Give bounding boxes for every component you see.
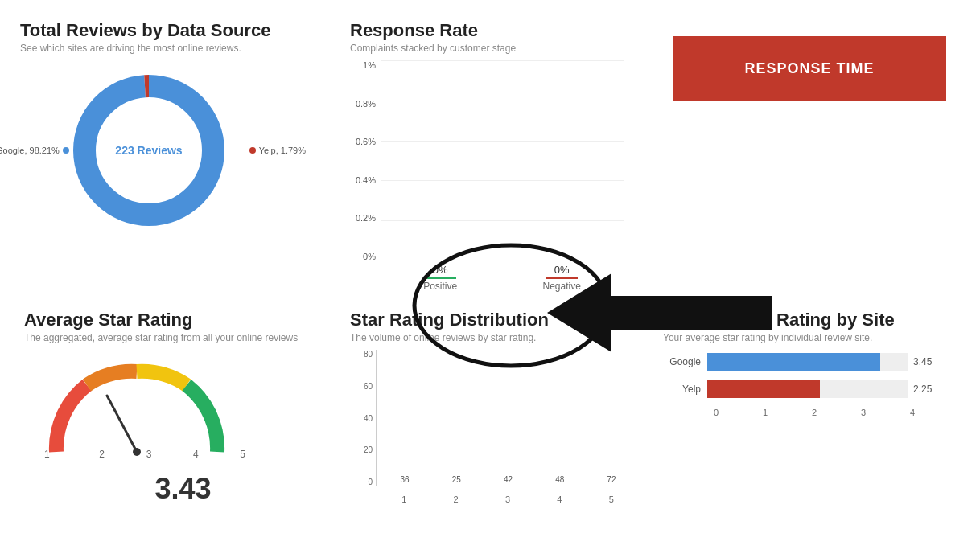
bar-x-5: 5 — [590, 494, 633, 504]
total-reviews-subtitle: See which sites are driving the most onl… — [20, 43, 326, 54]
average-star-rating-panel: Average Star Rating The aggregated, aver… — [12, 302, 334, 519]
positive-pct: 0% — [423, 264, 457, 276]
bar-y-40: 40 — [364, 414, 373, 423]
bar-count-5: 72 — [607, 475, 616, 484]
star-dist-subtitle: The volume of online reviews by star rat… — [350, 332, 643, 343]
yelp-site-name: Yelp — [663, 384, 707, 395]
gauge-tick-2: 2 — [99, 449, 105, 460]
bar-count-2: 25 — [452, 475, 461, 484]
avg-star-title: Average Star Rating — [24, 310, 326, 330]
gauge-tick-1: 1 — [44, 449, 50, 460]
gauge-chart: 1 2 3 4 5 — [40, 355, 249, 468]
y-label-04pct: 0.4% — [356, 175, 376, 185]
bar-count-3: 42 — [504, 475, 513, 484]
google-bar-bg — [707, 353, 908, 371]
site-x-2: 2 — [812, 408, 817, 417]
bar-y-20: 20 — [364, 445, 373, 454]
yelp-site-row: Yelp 2.25 — [663, 380, 960, 398]
negative-column: 0% Negative — [542, 264, 580, 292]
google-bar-value: 3.45 — [913, 356, 932, 367]
total-reviews-title: Total Reviews by Data Source — [20, 20, 326, 41]
bar-3: 42 — [486, 475, 529, 486]
y-label-06pct: 0.6% — [356, 137, 376, 146]
bar-x-3: 3 — [486, 494, 529, 504]
google-bar-fill — [707, 353, 880, 371]
negative-pct: 0% — [542, 264, 580, 276]
google-site-row: Google 3.45 — [663, 353, 960, 371]
yelp-bar-bg — [707, 380, 908, 398]
gauge-tick-3: 3 — [146, 449, 152, 460]
positive-label: Positive — [423, 281, 457, 292]
y-label-08pct: 0.8% — [356, 99, 376, 109]
donut-chart: 223 Reviews Google, 98.21% Yelp, 1.79% — [60, 62, 237, 239]
site-x-4: 4 — [910, 408, 915, 417]
bar-5: 72 — [590, 475, 633, 486]
bar-y-60: 60 — [364, 382, 373, 391]
bar-4: 48 — [538, 475, 582, 486]
bar-x-4: 4 — [537, 494, 581, 504]
gauge-tick-4: 4 — [193, 449, 199, 460]
site-x-1: 1 — [763, 408, 768, 417]
site-rating-subtitle: Your average star rating by individual r… — [663, 332, 960, 343]
avg-star-by-site-panel: Average Star Rating by Site Your average… — [651, 302, 968, 519]
bar-2: 25 — [434, 475, 478, 486]
bar-y-80: 80 — [364, 350, 373, 359]
yelp-bar-value: 2.25 — [913, 384, 932, 395]
y-label-1pct: 1% — [363, 60, 376, 70]
donut-center-label: 223 Reviews — [115, 144, 182, 157]
positive-column: 0% Positive — [423, 264, 457, 292]
site-x-axis: 0 1 2 3 4 — [714, 408, 915, 417]
response-rate-title: Response Rate — [350, 20, 643, 41]
bar-x-2: 2 — [434, 494, 477, 504]
google-legend: Google, 98.21% — [0, 146, 69, 155]
bar-count-4: 48 — [555, 475, 564, 484]
site-x-0: 0 — [714, 408, 719, 417]
response-time-button[interactable]: RESPONSE TIME — [673, 36, 946, 101]
avg-star-subtitle: The aggregated, average star rating from… — [24, 332, 326, 343]
svg-line-6 — [107, 396, 137, 452]
star-rating-dist-panel: Star Rating Distribution The volume of o… — [334, 302, 651, 519]
site-x-3: 3 — [861, 408, 866, 417]
response-time-panel: RESPONSE TIME — [651, 8, 968, 302]
y-label-0pct: 0% — [363, 252, 376, 261]
google-site-name: Google — [663, 356, 707, 367]
gauge-value: 3.43 — [40, 472, 326, 506]
yelp-legend: Yelp, 1.79% — [249, 146, 306, 155]
response-rate-panel: Response Rate Complaints stacked by cust… — [334, 8, 651, 302]
star-dist-title: Star Rating Distribution — [350, 310, 643, 330]
bar-x-1: 1 — [382, 494, 426, 504]
bar-1: 36 — [383, 475, 426, 486]
yelp-bar-fill — [707, 380, 820, 398]
response-rate-subtitle: Complaints stacked by customer stage — [350, 43, 643, 54]
bar-y-0: 0 — [368, 478, 373, 486]
bar-count-1: 36 — [401, 475, 410, 484]
negative-label: Negative — [542, 281, 580, 292]
total-reviews-panel: Total Reviews by Data Source See which s… — [12, 8, 334, 302]
site-bar-chart: Google 3.45 Yelp 2.25 0 1 — [663, 353, 960, 417]
site-rating-title: Average Star Rating by Site — [663, 310, 960, 330]
y-label-02pct: 0.2% — [356, 213, 376, 223]
gauge-tick-5: 5 — [240, 449, 245, 460]
